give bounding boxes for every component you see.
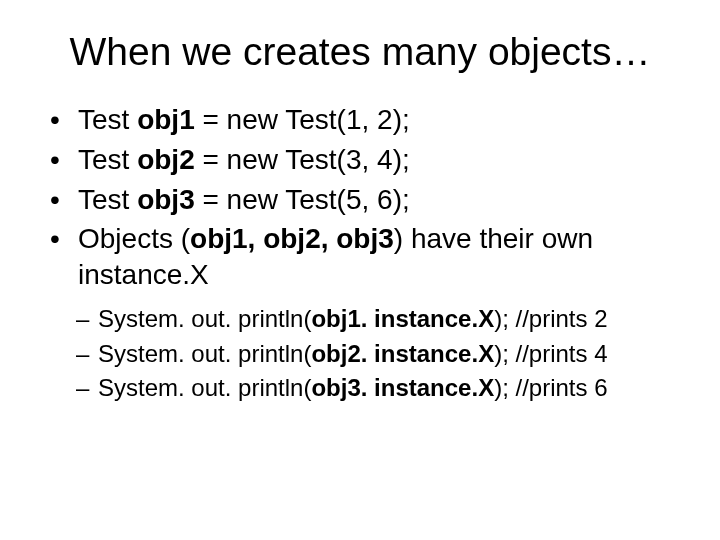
slide: When we creates many objects… Test obj1 …	[0, 0, 720, 540]
text: System. out. println(	[98, 305, 311, 332]
sub-list-item: System. out. println(obj2. instance.X); …	[76, 338, 684, 370]
text: Test	[78, 144, 137, 175]
bold-text: obj3	[137, 184, 195, 215]
bold-text: obj3. instance.X	[311, 374, 494, 401]
text: Test	[78, 104, 137, 135]
list-item: Objects (obj1, obj2, obj3) have their ow…	[50, 221, 684, 293]
bold-text: obj2. instance.X	[311, 340, 494, 367]
text: Objects (	[78, 223, 190, 254]
text: ); //prints 4	[494, 340, 607, 367]
text: = new Test(1, 2);	[195, 104, 410, 135]
text: System. out. println(	[98, 374, 311, 401]
slide-title: When we creates many objects…	[36, 30, 684, 74]
text: ); //prints 6	[494, 374, 607, 401]
bullet-list: Test obj1 = new Test(1, 2); Test obj2 = …	[36, 102, 684, 293]
text: = new Test(3, 4);	[195, 144, 410, 175]
list-item: Test obj2 = new Test(3, 4);	[50, 142, 684, 178]
sub-list-item: System. out. println(obj3. instance.X); …	[76, 372, 684, 404]
list-item: Test obj1 = new Test(1, 2);	[50, 102, 684, 138]
sub-list-item: System. out. println(obj1. instance.X); …	[76, 303, 684, 335]
text: = new Test(5, 6);	[195, 184, 410, 215]
bold-text: obj1. instance.X	[311, 305, 494, 332]
text: Test	[78, 184, 137, 215]
bold-text: obj1, obj2, obj3	[190, 223, 394, 254]
text: ); //prints 2	[494, 305, 607, 332]
list-item: Test obj3 = new Test(5, 6);	[50, 182, 684, 218]
bold-text: obj2	[137, 144, 195, 175]
sub-bullet-list: System. out. println(obj1. instance.X); …	[36, 303, 684, 404]
text: System. out. println(	[98, 340, 311, 367]
bold-text: obj1	[137, 104, 195, 135]
